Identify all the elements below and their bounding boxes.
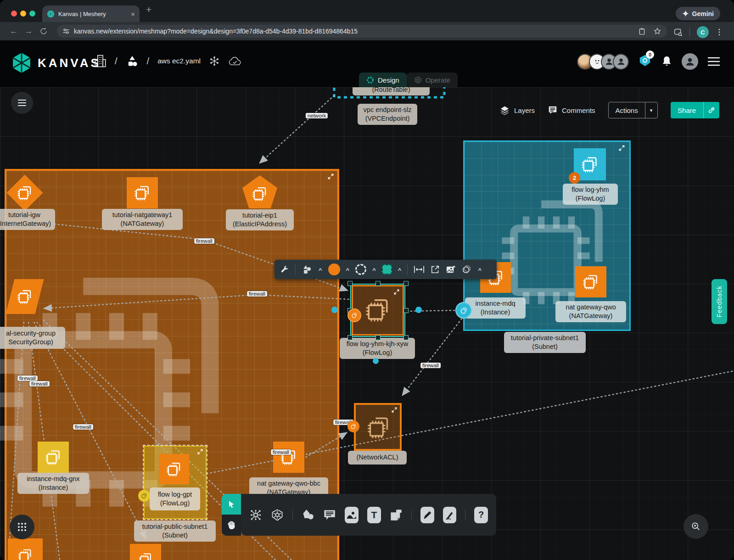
selection-handle[interactable]: [375, 281, 381, 286]
bookmark-star-icon[interactable]: [653, 27, 661, 35]
profile-avatar[interactable]: C: [697, 26, 709, 38]
design-file-name[interactable]: aws ec2.yaml: [157, 57, 201, 65]
forward-button[interactable]: →: [21, 26, 36, 36]
edge-label-firewall[interactable]: firewall: [194, 238, 214, 244]
node-nat-gateway-1[interactable]: [127, 177, 158, 208]
design-schematic-icon[interactable]: [209, 56, 220, 67]
layers-button[interactable]: Layers: [499, 105, 535, 116]
chevron-up-icon[interactable]: ^: [319, 267, 322, 274]
selection-handle[interactable]: [403, 335, 409, 340]
node-flowlog-gpt[interactable]: [159, 454, 189, 484]
node-label-public-subnet[interactable]: tutorial-public-subnet1(Subnet): [134, 521, 216, 542]
node-label-flowlog-selected[interactable]: flow log-yhm-kjh-xyw(FlowLog): [340, 338, 415, 359]
text-tool-icon[interactable]: T: [367, 507, 381, 523]
edge-label-firewall[interactable]: firewall: [420, 363, 441, 368]
node-nat-gateway-qwo[interactable]: [575, 266, 606, 297]
actions-button[interactable]: Actions ▾: [608, 102, 658, 118]
node-label-routetable[interactable]: (RouteTable): [353, 87, 430, 95]
node-label-instance-mdq[interactable]: instance-mdq(Instance): [465, 297, 526, 319]
window-zoom-button[interactable]: [29, 11, 35, 17]
reload-button[interactable]: [39, 27, 48, 35]
chevron-up-icon[interactable]: ^: [346, 267, 350, 274]
feedback-tab[interactable]: Feedback: [712, 279, 727, 324]
site-settings-icon[interactable]: [62, 28, 70, 35]
comments-button[interactable]: Comments: [548, 105, 595, 115]
back-button[interactable]: ←: [6, 26, 21, 36]
node-label-security-group[interactable]: al-security-groupSecurityGroup): [0, 327, 65, 349]
fill-color-swatch[interactable]: [328, 263, 340, 275]
node-label-flowlog-yhm[interactable]: flow log-yhm(FlowLog): [563, 184, 618, 205]
edge-label-network[interactable]: network: [306, 113, 328, 118]
configure-wrench-icon[interactable]: [280, 265, 289, 274]
flowlog-yhm-count-badge[interactable]: 2: [569, 172, 580, 184]
collapse-resize-icon[interactable]: [619, 145, 625, 151]
comment-tool-icon[interactable]: [323, 508, 336, 522]
connection-port-bottom[interactable]: [373, 358, 379, 364]
window-close-button[interactable]: [11, 11, 17, 17]
tab-search-icon[interactable]: [674, 28, 683, 37]
pencil-tool-icon[interactable]: [443, 507, 457, 523]
node-label-networkacl[interactable]: (NetworkACL): [348, 451, 407, 465]
apps-grid-button[interactable]: [10, 515, 34, 539]
cluster-status[interactable]: 0: [638, 54, 652, 69]
help-tool-icon[interactable]: ?: [474, 507, 488, 523]
collaborator-avatars[interactable]: [581, 54, 629, 70]
pan-hand-tool[interactable]: [222, 515, 241, 536]
window-minimize-button[interactable]: [20, 11, 26, 17]
save-clipboard-icon[interactable]: [638, 28, 646, 35]
sticky-note-tool-icon[interactable]: [390, 508, 403, 522]
browser-menu-icon[interactable]: [716, 28, 723, 36]
workspace-shapes-icon[interactable]: [126, 55, 139, 67]
node-label-private-subnet[interactable]: tutorial-private-subnet1(Subnet): [504, 332, 586, 353]
user-avatar[interactable]: [682, 53, 698, 70]
zoom-button[interactable]: [684, 514, 708, 539]
selection-handle[interactable]: [403, 308, 409, 313]
selection-handle[interactable]: [347, 335, 353, 340]
node-nat-gateway-bbc[interactable]: [273, 442, 304, 473]
edge-label-firewall[interactable]: firewall: [73, 424, 93, 430]
edge-label-firewall[interactable]: firewall: [17, 375, 38, 381]
node-instance-gnx[interactable]: [38, 442, 69, 473]
tab-close-icon[interactable]: ×: [131, 10, 135, 18]
open-external-icon[interactable]: [431, 265, 440, 274]
node-label-natgateway-qwo[interactable]: nat gateway-qwo(NATGateway): [555, 301, 626, 322]
node-cut-bottom-left[interactable]: [8, 538, 43, 560]
browser-tab[interactable]: Kanvas | Meshery ×: [42, 6, 140, 22]
chevron-up-icon[interactable]: ^: [372, 267, 376, 274]
node-label-eip1[interactable]: tutorial-eip1(ElasticIPAddress): [226, 209, 294, 230]
selection-handle[interactable]: [403, 281, 409, 286]
app-menu-icon[interactable]: [707, 56, 720, 67]
shape-fill-tool[interactable]: [382, 264, 392, 274]
share-link-icon[interactable]: [703, 102, 719, 118]
collapse-resize-icon[interactable]: [197, 449, 203, 454]
notifications-bell-icon[interactable]: [661, 56, 672, 68]
node-label-flowlog-gpt[interactable]: flow log-gpt(FlowLog): [150, 487, 200, 510]
select-cursor-tool[interactable]: [222, 494, 241, 515]
connection-port-left[interactable]: [331, 307, 338, 313]
collapse-resize-icon[interactable]: [328, 174, 334, 179]
tab-operate[interactable]: Operate: [407, 73, 458, 87]
selection-handle[interactable]: [375, 335, 381, 340]
meshery-components-icon[interactable]: [249, 507, 262, 523]
chevron-up-icon[interactable]: ^: [478, 267, 482, 274]
collapse-resize-icon[interactable]: [394, 289, 399, 295]
node-label-instance-gnx[interactable]: instance-mdq-gnx(Instance): [17, 473, 89, 494]
node-network-acl[interactable]: [354, 403, 402, 451]
pen-tool-icon[interactable]: [420, 507, 434, 523]
collapse-resize-icon[interactable]: [392, 407, 397, 413]
actions-dropdown-icon[interactable]: ▾: [645, 102, 657, 118]
edge-label-firewall[interactable]: firewall: [247, 291, 267, 297]
chevron-up-icon[interactable]: ^: [398, 267, 402, 274]
new-tab-button[interactable]: +: [146, 4, 151, 15]
kubernetes-components-icon[interactable]: [271, 507, 284, 523]
edge-label-firewall[interactable]: firewall: [271, 449, 291, 455]
network-acl-badge-icon[interactable]: [347, 420, 359, 432]
resize-width-icon[interactable]: [414, 265, 425, 274]
collaborator-avatar-2[interactable]: [613, 54, 629, 70]
cloud-sync-icon[interactable]: [228, 56, 241, 67]
flowlog-gpt-badge-icon[interactable]: [138, 490, 150, 502]
border-style-tool[interactable]: [355, 264, 366, 275]
organization-icon[interactable]: [94, 54, 106, 68]
canvas-menu-button[interactable]: [11, 92, 33, 114]
node-label-igw[interactable]: tutorial-igw(InternetGateway): [0, 209, 55, 230]
